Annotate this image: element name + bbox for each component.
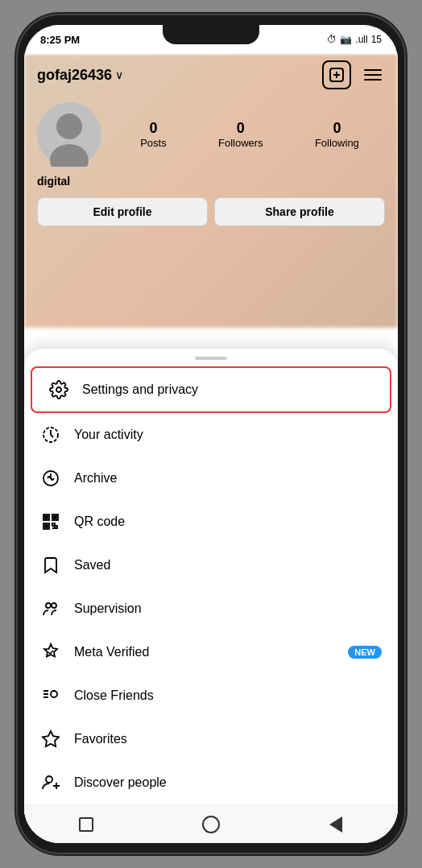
hamburger-line-1 [364, 69, 382, 71]
saved-icon [40, 555, 61, 576]
sheet-handle [195, 357, 227, 360]
menu-item-favorites[interactable]: Favorites [24, 717, 398, 761]
discoverpeople-label: Discover people [74, 775, 382, 790]
bottom-nav [24, 804, 398, 843]
chevron-down-icon[interactable]: ∨ [115, 68, 123, 81]
nav-triangle-icon [329, 816, 342, 833]
avatar [37, 102, 101, 167]
archive-label: Archive [74, 471, 382, 486]
hamburger-line-3 [364, 79, 382, 81]
phone-screen: 8:25 PM ⏱ 📷 .ull 15 gofaj26436 ∨ [24, 25, 398, 843]
supervision-label: Supervision [74, 601, 382, 616]
qrcode-icon [40, 511, 61, 532]
supervision-icon [40, 598, 61, 619]
menu-item-qrcode[interactable]: QR code [24, 500, 398, 544]
archive-icon [40, 468, 61, 489]
status-icons: ⏱ 📷 .ull 15 [327, 34, 382, 45]
profile-header: gofaj26436 ∨ [24, 54, 398, 96]
hamburger-line-2 [364, 74, 382, 76]
svg-point-4 [56, 114, 82, 139]
nav-square-icon [79, 817, 93, 832]
battery-icon: 15 [371, 34, 382, 45]
svg-rect-12 [45, 516, 48, 519]
signal-icon: 📷 [340, 34, 352, 45]
posts-count: 0 [149, 120, 157, 137]
settings-icon [48, 379, 69, 400]
menu-item-activity[interactable]: Your activity [24, 413, 398, 457]
display-name: digital [24, 173, 398, 194]
notch [163, 25, 259, 44]
svg-point-15 [46, 603, 51, 608]
header-icons [322, 60, 385, 89]
closefriends-label: Close Friends [74, 688, 382, 703]
discoverpeople-icon [40, 772, 61, 793]
followers-label: Followers [218, 137, 263, 149]
menu-item-archive[interactable]: Archive [24, 457, 398, 500]
stat-followers[interactable]: 0 Followers [218, 120, 263, 149]
following-label: Following [315, 137, 359, 149]
new-badge: NEW [348, 646, 382, 659]
svg-point-16 [52, 603, 56, 608]
favorites-icon [40, 729, 61, 750]
menu-button[interactable] [361, 66, 385, 84]
svg-point-6 [56, 387, 61, 392]
camera-icon: ⏱ [327, 34, 337, 45]
stat-posts[interactable]: 0 Posts [140, 120, 167, 149]
nav-back-button[interactable] [321, 810, 350, 839]
profile-overlay: gofaj26436 ∨ [24, 54, 398, 239]
svg-rect-13 [54, 516, 56, 519]
share-profile-button[interactable]: Share profile [214, 197, 385, 226]
wifi-icon: .ull [355, 34, 367, 45]
status-time: 8:25 PM [40, 34, 80, 46]
following-count: 0 [333, 120, 341, 137]
favorites-label: Favorites [74, 732, 382, 746]
username-row: gofaj26436 ∨ [37, 67, 123, 84]
stats-row: 0 Posts 0 Followers 0 Following [114, 120, 385, 149]
qrcode-label: QR code [74, 515, 382, 529]
action-buttons: Edit profile Share profile [24, 194, 398, 239]
svg-point-20 [51, 691, 57, 697]
username-text: gofaj26436 [37, 67, 112, 84]
stat-following[interactable]: 0 Following [315, 120, 359, 149]
svg-marker-21 [43, 731, 59, 746]
profile-content: gofaj26436 ∨ [24, 54, 398, 843]
activity-icon [40, 424, 61, 445]
saved-label: Saved [74, 558, 382, 572]
activity-label: Your activity [74, 428, 382, 442]
followers-count: 0 [237, 120, 245, 137]
edit-profile-button[interactable]: Edit profile [37, 197, 208, 226]
menu-item-closefriends[interactable]: Close Friends [24, 674, 398, 717]
svg-point-22 [46, 776, 52, 783]
metaverified-label: Meta Verified [74, 645, 335, 659]
nav-home-button[interactable] [197, 810, 225, 839]
nav-square-button[interactable] [72, 810, 101, 839]
settings-label: Settings and privacy [82, 382, 374, 397]
nav-circle-icon [202, 816, 220, 833]
bottom-sheet: Settings and privacy Your activity [24, 349, 398, 843]
menu-item-settings[interactable]: Settings and privacy [31, 366, 391, 413]
menu-item-metaverified[interactable]: Meta Verified NEW [24, 630, 398, 674]
closefriends-icon [40, 685, 61, 706]
profile-info-row: 0 Posts 0 Followers 0 Following [24, 96, 398, 173]
menu-item-discoverpeople[interactable]: Discover people [24, 761, 398, 804]
menu-item-saved[interactable]: Saved [24, 544, 398, 587]
add-post-button[interactable] [322, 60, 351, 89]
menu-item-supervision[interactable]: Supervision [24, 587, 398, 630]
posts-label: Posts [140, 137, 167, 149]
svg-rect-14 [45, 525, 48, 527]
metaverified-icon [40, 642, 61, 663]
phone-frame: 8:25 PM ⏱ 📷 .ull 15 gofaj26436 ∨ [18, 15, 404, 853]
